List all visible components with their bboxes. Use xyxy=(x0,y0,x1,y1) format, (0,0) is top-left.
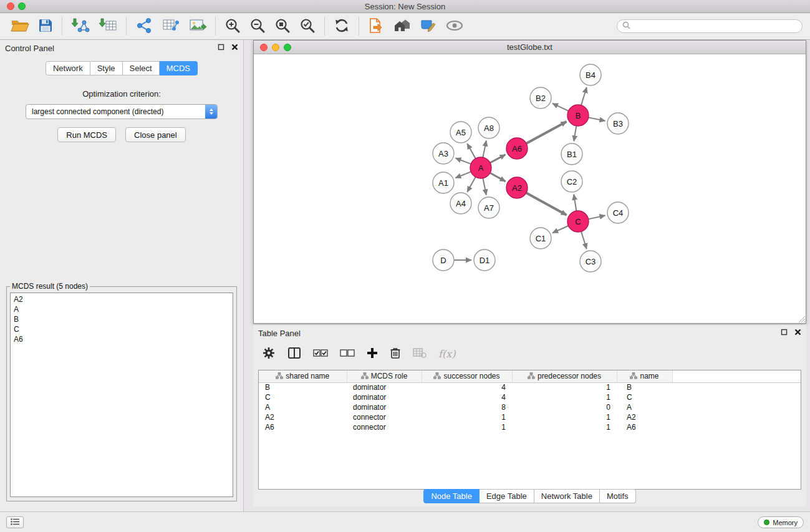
column-header-name[interactable]: name xyxy=(617,370,672,382)
delete-row-button[interactable] xyxy=(390,347,401,361)
graph-node-B2[interactable]: B2 xyxy=(530,87,551,109)
mcds-result-item[interactable]: A xyxy=(11,304,233,314)
graph-node-A5[interactable]: A5 xyxy=(450,122,471,143)
resize-grip-icon[interactable] xyxy=(798,315,805,322)
tab-node-table[interactable]: Node Table xyxy=(423,489,480,503)
zoom-selected-button[interactable] xyxy=(295,17,320,36)
export-image-button[interactable] xyxy=(185,18,211,35)
graphics-details-button[interactable] xyxy=(416,18,441,35)
import-table-button[interactable] xyxy=(94,17,122,36)
memory-button[interactable]: Memory xyxy=(758,516,804,528)
optimization-criterion-select[interactable]: largest connected component (directed) xyxy=(26,104,218,119)
table-row-A6[interactable]: A6connector11A6 xyxy=(259,422,801,432)
graph-node-C2[interactable]: C2 xyxy=(561,171,582,192)
float-control-panel-button[interactable] xyxy=(216,42,226,52)
tab-motifs[interactable]: Motifs xyxy=(600,489,636,503)
save-session-button[interactable] xyxy=(34,18,57,35)
graph-node-B1[interactable]: B1 xyxy=(561,143,582,165)
graph-edge-A2-C[interactable] xyxy=(526,193,567,215)
column-header-predecessor-nodes[interactable]: predecessor nodes xyxy=(512,370,617,382)
mcds-result-item[interactable]: A6 xyxy=(11,334,233,344)
tab-network-table[interactable]: Network Table xyxy=(534,489,600,503)
graph-edge-A-A2[interactable] xyxy=(490,173,506,181)
import-network-button[interactable] xyxy=(67,17,94,36)
close-panel-button[interactable]: Close panel xyxy=(125,127,186,142)
mcds-result-item[interactable]: B xyxy=(11,314,233,324)
graph-node-A4[interactable]: A4 xyxy=(450,193,471,214)
graph-node-D[interactable]: D xyxy=(433,249,454,271)
graph-edge-B-B3[interactable] xyxy=(589,117,605,120)
graph-node-C[interactable]: C xyxy=(567,211,589,232)
open-session-button[interactable] xyxy=(6,18,34,35)
mcds-result-item[interactable]: A2 xyxy=(11,294,233,304)
graph-node-A8[interactable]: A8 xyxy=(478,117,499,138)
graph-node-A[interactable]: A xyxy=(470,157,491,178)
column-header-successor-nodes[interactable]: successor nodes xyxy=(422,370,512,382)
column-header-MCDS-role[interactable]: MCDS role xyxy=(347,370,422,382)
task-history-button[interactable] xyxy=(6,516,24,528)
zoom-fit-button[interactable] xyxy=(270,17,295,36)
graph-node-C4[interactable]: C4 xyxy=(607,202,629,223)
graph-edge-C-C3[interactable] xyxy=(581,231,587,249)
tab-mcds[interactable]: MCDS xyxy=(160,61,198,75)
select-all-button[interactable] xyxy=(313,349,328,359)
table-row-A[interactable]: Adominator80A xyxy=(259,402,801,412)
mcds-result-item[interactable]: C xyxy=(11,324,233,334)
columns-icon xyxy=(287,347,301,361)
birds-eye-view-button[interactable] xyxy=(441,19,468,34)
search-field[interactable] xyxy=(617,19,803,33)
refresh-button[interactable] xyxy=(329,17,354,36)
table-row-B[interactable]: Bdominator41B xyxy=(259,382,801,392)
zoom-in-button[interactable] xyxy=(220,17,245,36)
close-table-panel-button[interactable] xyxy=(793,327,803,337)
graph-edge-A-A4[interactable] xyxy=(467,177,475,192)
graph-node-C3[interactable]: C3 xyxy=(580,251,601,272)
tab-network[interactable]: Network xyxy=(46,61,90,75)
graph-node-A7[interactable]: A7 xyxy=(478,197,499,218)
tab-style[interactable]: Style xyxy=(90,61,123,75)
new-network-button[interactable] xyxy=(131,17,157,36)
graph-edge-B-B2[interactable] xyxy=(552,104,569,111)
search-input[interactable] xyxy=(634,22,797,31)
run-mcds-button[interactable]: Run MCDS xyxy=(57,127,116,142)
table-row-A2[interactable]: A2connector11A2 xyxy=(259,412,801,422)
graph-node-B4[interactable]: B4 xyxy=(580,64,601,85)
graph-edge-A-A3[interactable] xyxy=(456,158,471,164)
graph-edge-C-C2[interactable] xyxy=(574,195,576,211)
network-canvas[interactable]: AA1A2A3A4A5A6A7A8BB1B2B3B4CC1C2C3C4DD1 xyxy=(254,54,806,323)
graph-edge-A-A8[interactable] xyxy=(483,141,486,158)
network-table-button[interactable] xyxy=(157,17,185,36)
graph-edge-A-A7[interactable] xyxy=(483,178,486,195)
graph-node-A6[interactable]: A6 xyxy=(506,138,528,159)
graph-node-A3[interactable]: A3 xyxy=(433,143,454,164)
graph-node-C1[interactable]: C1 xyxy=(530,228,551,249)
graph-edge-C-C1[interactable] xyxy=(552,226,568,233)
show-columns-button[interactable] xyxy=(287,347,301,361)
add-row-button[interactable] xyxy=(367,347,378,360)
graph-edge-C-C4[interactable] xyxy=(589,215,605,219)
export-document-button[interactable] xyxy=(364,17,388,36)
graph-edge-B-B4[interactable] xyxy=(581,87,587,105)
zoom-out-button[interactable] xyxy=(245,17,270,36)
svg-text:A: A xyxy=(478,163,484,173)
tab-edge-table[interactable]: Edge Table xyxy=(480,489,534,503)
home-button[interactable] xyxy=(388,18,416,35)
graph-edge-B-B1[interactable] xyxy=(574,126,576,141)
graph-node-B3[interactable]: B3 xyxy=(607,113,629,134)
float-table-panel-button[interactable] xyxy=(779,327,789,337)
deselect-all-button[interactable] xyxy=(340,349,355,359)
graph-node-A2[interactable]: A2 xyxy=(506,177,528,198)
graph-edge-A-A5[interactable] xyxy=(467,143,475,158)
table-settings-button[interactable] xyxy=(262,346,276,362)
mcds-result-list[interactable]: A2ABCA6 xyxy=(10,293,233,497)
graph-node-B[interactable]: B xyxy=(567,105,589,126)
tab-select[interactable]: Select xyxy=(123,61,160,75)
graph-edge-A-A1[interactable] xyxy=(455,172,471,178)
graph-node-D1[interactable]: D1 xyxy=(474,249,495,271)
graph-edge-A-A6[interactable] xyxy=(490,155,505,163)
close-control-panel-button[interactable] xyxy=(230,42,239,52)
graph-node-A1[interactable]: A1 xyxy=(433,172,454,193)
table-row-C[interactable]: Cdominator41C xyxy=(259,392,801,402)
graph-edge-A6-B[interactable] xyxy=(526,122,567,143)
column-header-shared-name[interactable]: shared name xyxy=(259,370,347,382)
